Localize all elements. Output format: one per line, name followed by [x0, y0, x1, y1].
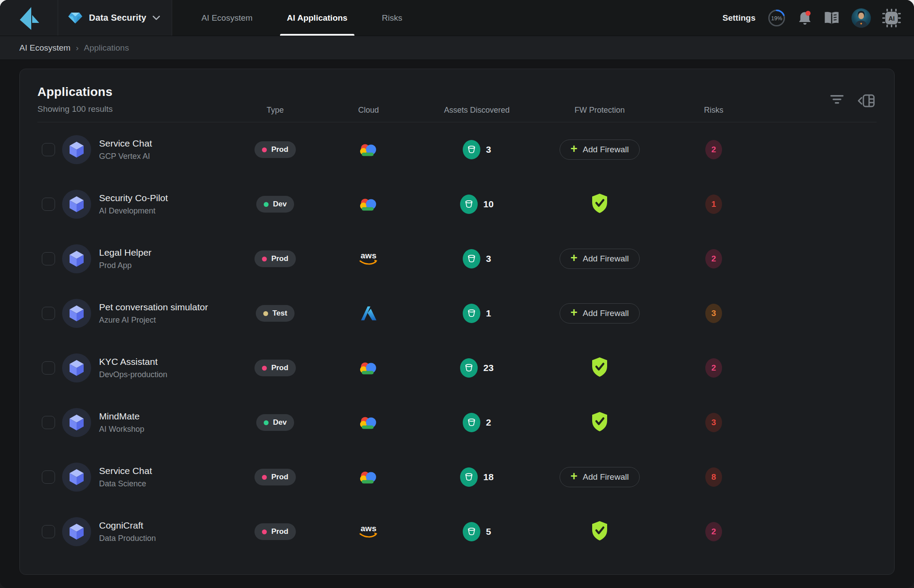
type-status-dot [262, 529, 267, 534]
tab-risks[interactable]: Risks [375, 0, 409, 36]
assets-count: 2 [486, 417, 491, 428]
breadcrumb-parent[interactable]: AI Ecosystem [19, 43, 70, 53]
type-badge: Prod [254, 469, 296, 485]
application-cube-icon [62, 353, 91, 382]
user-avatar[interactable] [851, 8, 871, 28]
assets-count: 10 [483, 199, 494, 209]
row-checkbox[interactable] [42, 143, 55, 156]
row-checkbox[interactable] [42, 361, 55, 375]
applications-panel: Applications Showing 100 results Type Cl… [19, 69, 895, 575]
plus-icon: + [571, 307, 578, 319]
type-status-dot [263, 311, 268, 316]
product-switcher[interactable]: Data Security [58, 0, 172, 36]
table-row[interactable]: MindMate AI Workshop Dev 2 [37, 395, 877, 450]
application-name: CogniCraft [99, 520, 143, 531]
risk-count-badge[interactable]: 2 [705, 140, 722, 159]
svg-text:19%: 19% [771, 15, 782, 22]
risk-count-badge[interactable]: 1 [705, 195, 722, 214]
assets-count: 3 [486, 144, 491, 155]
type-status-dot [264, 420, 269, 425]
type-label: Test [273, 309, 287, 318]
row-checkbox[interactable] [42, 198, 55, 211]
application-cube-icon [62, 463, 91, 492]
gcp-cloud-icon [321, 196, 416, 213]
usage-progress-ring[interactable]: 19% [767, 8, 786, 28]
application-cube-icon [62, 244, 91, 273]
aws-cloud-icon: aws [321, 250, 416, 267]
application-cube-icon [62, 135, 91, 164]
add-firewall-button[interactable]: + Add Firewall [560, 249, 640, 269]
product-name: Data Security [89, 13, 146, 23]
type-status-dot [264, 202, 269, 207]
azure-cloud-icon [321, 306, 416, 321]
tab-ai-applications[interactable]: AI Applications [280, 0, 355, 36]
risk-count-badge[interactable]: 2 [705, 522, 722, 541]
documentation-book-icon[interactable] [823, 11, 840, 25]
svg-text:AI: AI [888, 15, 895, 22]
tab-ai-ecosystem[interactable]: AI Ecosystem [194, 0, 259, 36]
add-firewall-button[interactable]: + Add Firewall [560, 140, 640, 160]
row-checkbox[interactable] [42, 525, 55, 538]
svg-text:aws: aws [361, 251, 376, 260]
gcp-cloud-icon [321, 469, 416, 485]
application-subtitle: DevOps-production [99, 370, 167, 379]
main-nav-tabs: AI Ecosystem AI Applications Risks [194, 0, 409, 36]
table-row[interactable]: CogniCraft Data Production Prod aws 5 [37, 504, 877, 559]
application-cube-icon [62, 190, 91, 219]
column-header-fw: FW Protection [575, 106, 625, 122]
risk-count-badge[interactable]: 3 [705, 413, 722, 432]
applications-table-body: Service Chat GCP Vertex AI Prod 3 + Add … [37, 122, 877, 559]
type-status-dot [262, 257, 267, 261]
plus-icon: + [571, 143, 578, 155]
risk-count-badge[interactable]: 8 [705, 467, 722, 487]
column-settings-icon[interactable] [857, 94, 875, 108]
ai-assistant-chip-icon[interactable]: AI [882, 9, 901, 27]
chevron-down-icon [152, 15, 160, 21]
settings-button[interactable]: Settings [722, 13, 756, 23]
gcp-cloud-icon [321, 360, 416, 376]
row-checkbox[interactable] [42, 416, 55, 429]
type-status-dot [262, 147, 267, 152]
application-cube-icon [62, 299, 91, 328]
plus-icon: + [571, 470, 578, 482]
notifications-bell-icon[interactable] [798, 11, 812, 26]
breadcrumb-current: Applications [84, 43, 129, 53]
table-row[interactable]: Security Co-Pilot AI Development Dev 10 [37, 177, 877, 232]
table-row[interactable]: Legal Helper Prod App Prod aws 3 + Add F… [37, 232, 877, 286]
assets-count: 5 [486, 526, 491, 537]
column-header-assets: Assets Discovered [444, 106, 509, 122]
column-header-type: Type [266, 106, 284, 122]
aws-logo: aws [357, 250, 380, 267]
type-badge: Dev [256, 414, 294, 431]
risk-count-badge[interactable]: 3 [705, 304, 722, 323]
type-status-dot [262, 475, 267, 480]
type-badge: Test [256, 305, 295, 322]
add-firewall-button[interactable]: + Add Firewall [560, 303, 640, 323]
risk-count-badge[interactable]: 2 [705, 358, 722, 378]
type-status-dot [262, 366, 267, 371]
add-firewall-button[interactable]: + Add Firewall [560, 467, 640, 487]
risk-count-badge[interactable]: 2 [705, 249, 722, 268]
assets-count: 18 [483, 472, 494, 482]
application-cube-icon [62, 408, 91, 437]
assets-bucket-icon [463, 413, 480, 432]
row-checkbox[interactable] [42, 252, 55, 265]
assets-bucket-icon [463, 140, 480, 159]
gcp-cloud-icon [321, 414, 416, 431]
assets-count: 3 [486, 254, 491, 264]
row-checkbox[interactable] [42, 470, 55, 484]
app-logo[interactable] [0, 0, 58, 36]
application-name: Pet conversation simulator [99, 302, 208, 312]
table-row[interactable]: Service Chat GCP Vertex AI Prod 3 + Add … [37, 122, 877, 177]
type-label: Prod [271, 145, 288, 154]
gem-icon [68, 12, 83, 24]
table-row[interactable]: Pet conversation simulator Azure AI Proj… [37, 286, 877, 341]
type-label: Dev [273, 200, 287, 209]
table-row[interactable]: KYC Assistant DevOps-production Prod 23 [37, 341, 877, 395]
type-label: Prod [271, 527, 288, 536]
top-navigation-bar: Data Security AI Ecosystem AI Applicatio… [0, 0, 914, 36]
assets-bucket-icon [463, 522, 480, 541]
row-checkbox[interactable] [42, 307, 55, 320]
table-row[interactable]: Service Chat Data Science Prod 18 + Add … [37, 450, 877, 504]
filter-icon[interactable] [830, 94, 844, 105]
